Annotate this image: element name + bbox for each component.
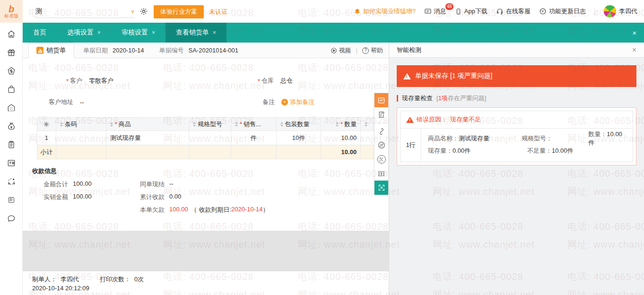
doc-help-group: 视频 | ? 帮助 bbox=[331, 43, 383, 58]
home-icon bbox=[7, 29, 16, 39]
cell-pack-qty[interactable]: 10件 bbox=[277, 131, 322, 145]
header-spec[interactable]: 规格型号 bbox=[189, 118, 231, 131]
messages-button[interactable]: 消息 48 bbox=[424, 7, 446, 16]
sort-icon[interactable] bbox=[193, 122, 196, 127]
tab-sales-order-doc[interactable]: 销货单 bbox=[28, 43, 74, 58]
sidebar-item-sync[interactable] bbox=[0, 172, 23, 191]
creator-label: 制单人： bbox=[32, 275, 57, 284]
cell-product[interactable]: 测试现存量 bbox=[106, 131, 189, 145]
payment-actual: 实销金额 100.00 bbox=[31, 193, 92, 201]
chevron-down-icon: ∨ bbox=[131, 9, 135, 14]
customer-field[interactable]: * 客户 零散客户 bbox=[66, 77, 113, 85]
arrears-circle-icon: 欠 bbox=[377, 155, 386, 164]
add-remark-button[interactable]: + 添加备注 bbox=[281, 98, 314, 106]
table-row[interactable]: 1 测试现存量 件 10件 10.00 bbox=[37, 131, 388, 145]
column-settings-button[interactable] bbox=[37, 118, 56, 131]
smart-check-toggle-button[interactable] bbox=[374, 93, 388, 107]
cell-spec[interactable] bbox=[189, 131, 231, 145]
sidebar-item-inventory[interactable] bbox=[0, 98, 23, 117]
subtotal-row: 小计 10.00 bbox=[37, 145, 388, 159]
header-product[interactable]: *商品 bbox=[106, 118, 189, 131]
help-link[interactable]: ? 帮助 bbox=[362, 46, 383, 55]
company-select[interactable]: 测 ∨ bbox=[35, 5, 135, 18]
app-window: b 标准版 测 ∨ 体验行业方案 未认证 如何实现业绩猛增? bbox=[0, 0, 644, 295]
sidebar-item-home[interactable] bbox=[0, 25, 23, 43]
trial-plan-button[interactable]: 体验行业方案 bbox=[154, 5, 204, 18]
sidebar-item-accounts[interactable] bbox=[0, 154, 23, 172]
sidebar-item-funds[interactable] bbox=[0, 117, 23, 135]
tab-home[interactable]: 首页 bbox=[23, 23, 57, 43]
sidebar-item-sales[interactable] bbox=[0, 61, 23, 80]
tab-view-sales-order[interactable]: 查看销货单 × bbox=[165, 23, 226, 43]
expand-icon bbox=[378, 184, 385, 191]
cell-unit[interactable]: 件 bbox=[231, 131, 277, 145]
yen-ticket-icon bbox=[377, 170, 385, 178]
phone-icon bbox=[455, 8, 462, 15]
note-edit-button[interactable] bbox=[374, 107, 388, 121]
address-value: -- bbox=[80, 99, 84, 106]
sort-icon[interactable] bbox=[235, 122, 238, 127]
header-barcode[interactable]: 条码 bbox=[56, 118, 106, 131]
promo-link[interactable]: 如何实现业绩猛增? bbox=[354, 7, 416, 16]
section-accent-bar bbox=[397, 95, 398, 102]
link-button[interactable] bbox=[374, 124, 388, 138]
address-field[interactable]: 客户地址 -- bbox=[49, 98, 84, 106]
doc-no-value: SA-20201014-001 bbox=[189, 47, 239, 54]
user-menu[interactable]: 李四代 bbox=[603, 5, 637, 18]
header-pack-qty[interactable]: 包装数量 bbox=[277, 118, 322, 131]
cert-status-link[interactable]: 未认证 bbox=[209, 8, 227, 16]
settings-gear-icon[interactable] bbox=[139, 7, 148, 16]
warehouse-value: 总仓 bbox=[280, 77, 293, 85]
bell-icon bbox=[354, 8, 361, 15]
received-label: 累计收款 bbox=[136, 193, 165, 201]
tab-option-settings[interactable]: 选项设置 × bbox=[57, 23, 111, 43]
actual-value: 100.00 bbox=[73, 193, 92, 201]
close-icon[interactable]: × bbox=[213, 29, 216, 36]
coupon-button[interactable] bbox=[374, 166, 388, 181]
close-icon[interactable]: × bbox=[632, 46, 636, 54]
shortage-label: 不足量： bbox=[527, 147, 552, 154]
arrears-button[interactable]: 欠 bbox=[374, 152, 388, 166]
debt-note-suffix: ） bbox=[263, 206, 269, 214]
sidebar-item-feedback[interactable] bbox=[0, 209, 23, 227]
sort-icon[interactable] bbox=[280, 122, 283, 127]
gear-icon bbox=[43, 121, 50, 128]
sidebar-item-purchase[interactable] bbox=[0, 80, 23, 98]
error-detail-row: 1行 商品名称：测试现存量 规格型号： 数量：10.00件 现存量：0.00件 … bbox=[400, 129, 633, 162]
online-service-button[interactable]: 在线客服 bbox=[496, 7, 531, 16]
header-qty[interactable]: *数量 bbox=[321, 118, 361, 131]
close-icon[interactable]: × bbox=[97, 29, 101, 36]
tabbar-close-all-icon[interactable]: × bbox=[629, 23, 639, 43]
changelog-button[interactable]: 功能更新日志 bbox=[539, 7, 586, 16]
spec-label: 规格型号： bbox=[522, 135, 552, 142]
video-link[interactable]: 视频 bbox=[331, 46, 351, 55]
exchange-button[interactable] bbox=[374, 138, 388, 152]
app-download-button[interactable]: App下载 bbox=[455, 7, 487, 16]
total-value: 100.00 bbox=[73, 180, 92, 189]
close-icon[interactable]: × bbox=[152, 29, 155, 36]
expand-button[interactable] bbox=[374, 181, 388, 195]
sidebar-item-gift[interactable] bbox=[0, 43, 23, 61]
sidebar-item-orders[interactable] bbox=[0, 135, 23, 154]
print-count-label: 打印次数： bbox=[100, 275, 131, 284]
cell-barcode[interactable] bbox=[56, 131, 106, 145]
payment-received: 累计收款 0.00 bbox=[136, 193, 181, 201]
product-name-value: 测试现存量 bbox=[459, 135, 489, 142]
sort-icon[interactable] bbox=[110, 122, 113, 127]
sort-icon[interactable] bbox=[365, 122, 367, 127]
sort-icon[interactable] bbox=[336, 122, 339, 127]
sort-icon[interactable] bbox=[60, 122, 63, 127]
customer-value: 零散客户 bbox=[89, 77, 113, 85]
stock-error-card: 错误原因： 现存量不足 1行 商品名称：测试现存量 规格型号： 数量：10.00… bbox=[397, 107, 636, 165]
cell-qty[interactable]: 10.00 bbox=[321, 131, 361, 145]
doc-header-info: 单据日期 2020-10-14 单据编号 SA-20201014-001 bbox=[83, 43, 249, 58]
header-unit[interactable]: *销售... bbox=[231, 118, 277, 131]
required-marker: * bbox=[258, 78, 260, 85]
app-logo[interactable]: b 标准版 bbox=[0, 0, 23, 23]
plus-circle-icon: + bbox=[281, 99, 288, 105]
edition-label: 标准版 bbox=[4, 13, 18, 18]
warehouse-field[interactable]: * 仓库 总仓 bbox=[258, 77, 293, 85]
tab-audit-settings[interactable]: 审核设置 × bbox=[111, 23, 165, 43]
sidebar-item-new-features[interactable]: 新 bbox=[0, 191, 23, 209]
unsaved-warning-banner: 单据未保存 [1 项严重问题] bbox=[397, 65, 636, 87]
